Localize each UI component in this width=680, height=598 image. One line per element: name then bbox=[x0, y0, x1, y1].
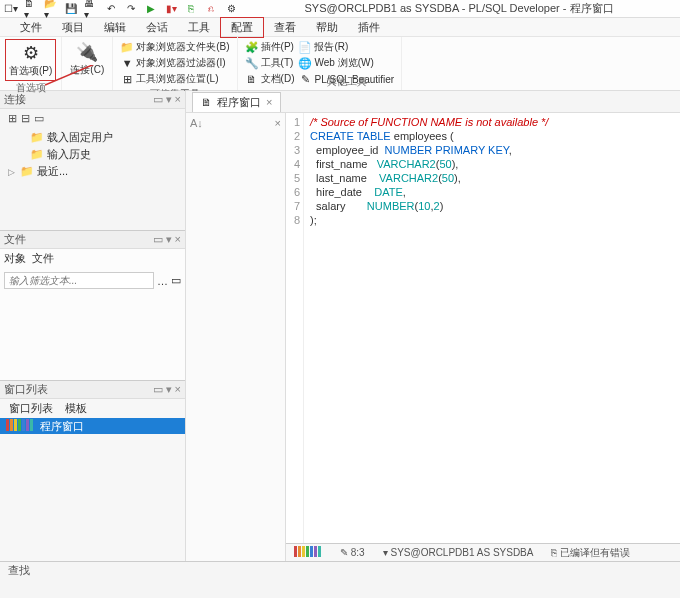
code-editor[interactable]: 12345678 /* Source of FUNCTION NAME is n… bbox=[286, 113, 680, 543]
position-icon: ⊞ bbox=[120, 72, 134, 86]
code-content[interactable]: /* Source of FUNCTION NAME is not availa… bbox=[304, 113, 548, 543]
beautifier-icon: ✎ bbox=[298, 72, 312, 86]
color-stripes-icon bbox=[294, 546, 322, 559]
tools-button[interactable]: 🔧工具(T) bbox=[243, 55, 297, 71]
tab-file-icon: 🗎 bbox=[201, 96, 212, 108]
panel-close-icon[interactable]: × bbox=[175, 93, 181, 106]
expand-icon[interactable]: ⊞ bbox=[8, 112, 17, 125]
panel-dock-icon[interactable]: ▭ bbox=[153, 233, 163, 246]
app-menu-icon[interactable]: ☐▾ bbox=[4, 2, 18, 16]
menu-edit[interactable]: 编辑 bbox=[94, 18, 136, 37]
tree-item-input-history[interactable]: 📁输入历史 bbox=[4, 146, 181, 163]
close-tab-icon[interactable]: × bbox=[266, 96, 272, 108]
editor-tab[interactable]: 🗎 程序窗口 × bbox=[192, 92, 281, 112]
undo-icon[interactable]: ↶ bbox=[104, 2, 118, 16]
folder-icon: 📁 bbox=[120, 40, 134, 54]
tool-browser-position-button[interactable]: ⊞工具浏览器位置(L) bbox=[118, 71, 231, 87]
panel-pin-icon[interactable]: ▾ bbox=[166, 383, 172, 396]
editor-area: 🗎 程序窗口 × A↓ × 12345678 /* Source of FUNC… bbox=[185, 91, 680, 561]
ribbon-group-dockable: 📁对象浏览器文件夹(B) ▼对象浏览器过滤器(I) ⊞工具浏览器位置(L) 可停… bbox=[113, 37, 237, 90]
connection-button[interactable]: 🔌 连接(C) bbox=[67, 39, 107, 79]
print-icon[interactable]: 🖶▾ bbox=[84, 2, 98, 16]
open-icon[interactable]: 📂▾ bbox=[44, 2, 58, 16]
tab-objects[interactable]: 对象 bbox=[4, 251, 26, 266]
conn-toolbar: ⊞ ⊟ ▭ bbox=[0, 109, 185, 127]
menu-tools[interactable]: 工具 bbox=[178, 18, 220, 37]
panel-pin-icon[interactable]: ▾ bbox=[166, 233, 172, 246]
menu-configure[interactable]: 配置 bbox=[220, 17, 264, 38]
filter-input[interactable] bbox=[4, 272, 154, 289]
preferences-button[interactable]: ⚙ 首选项(P) bbox=[5, 39, 56, 81]
line-gutter: 12345678 bbox=[286, 113, 304, 543]
menu-help[interactable]: 帮助 bbox=[306, 18, 348, 37]
outline-panel: A↓ × bbox=[186, 113, 286, 561]
menubar: 文件 项目 编辑 会话 工具 配置 查看 帮助 插件 bbox=[0, 18, 680, 37]
sort-icon[interactable]: A↓ bbox=[190, 117, 203, 129]
menu-file[interactable]: 文件 bbox=[10, 18, 52, 37]
obj-browser-filters-button[interactable]: ▼对象浏览器过滤器(I) bbox=[118, 55, 231, 71]
menu-view[interactable]: 查看 bbox=[264, 18, 306, 37]
color-stripes-icon bbox=[6, 419, 34, 433]
documents-button[interactable]: 🗎文档(D) bbox=[243, 71, 297, 87]
stop-icon[interactable]: ▮▾ bbox=[164, 2, 178, 16]
status-find-label: 查找 bbox=[8, 563, 30, 578]
close-icon[interactable]: × bbox=[275, 117, 281, 129]
files-panel: 文件 ▭▾× 对象 文件 … ▭ bbox=[0, 231, 185, 381]
rollback-icon[interactable]: ⎌ bbox=[204, 2, 218, 16]
menu-project[interactable]: 项目 bbox=[52, 18, 94, 37]
tree-item-recent[interactable]: ▷📁最近... bbox=[4, 163, 181, 180]
preferences-label: 首选项(P) bbox=[9, 64, 52, 78]
redo-icon[interactable]: ↷ bbox=[124, 2, 138, 16]
plug-icon: 🔌 bbox=[76, 41, 98, 63]
run-icon[interactable]: ▶ bbox=[144, 2, 158, 16]
editor-tabs: 🗎 程序窗口 × bbox=[186, 91, 680, 113]
commit-icon[interactable]: ⎘ bbox=[184, 2, 198, 16]
menu-plugins[interactable]: 插件 bbox=[348, 18, 390, 37]
left-sidebar: 连接 ▭▾× ⊞ ⊟ ▭ 📁载入固定用户 📁输入历史 ▷📁最近... 文件 ▭▾… bbox=[0, 91, 185, 561]
quick-access: ☐▾ 🗎▾ 📂▾ 💾 🖶▾ ↶ ↷ ▶ ▮▾ ⎘ ⎌ ⚙ bbox=[0, 2, 238, 16]
window-list-panel: 窗口列表 ▭▾× 窗口列表 模板 程序窗口 bbox=[0, 381, 185, 561]
status-message: ⎘ 已编译但有错误 bbox=[551, 546, 630, 560]
globe-icon: 🌐 bbox=[298, 56, 312, 70]
panel-title: 窗口列表 bbox=[4, 382, 48, 397]
panel-close-icon[interactable]: × bbox=[175, 383, 181, 396]
ribbon-group-label: 首选项 bbox=[16, 81, 46, 95]
report-icon: 📄 bbox=[298, 40, 312, 54]
panel-dock-icon[interactable]: ▭ bbox=[153, 383, 163, 396]
save-icon[interactable]: 💾 bbox=[64, 2, 78, 16]
tab-files[interactable]: 文件 bbox=[32, 251, 54, 266]
panel-title: 文件 bbox=[4, 232, 26, 247]
doc-icon: 🗎 bbox=[245, 72, 259, 86]
window-list-item[interactable]: 程序窗口 bbox=[0, 418, 185, 434]
ribbon: ⚙ 首选项(P) 首选项 🔌 连接(C) 📁对象浏览器文件夹(B) ▼对象浏览器… bbox=[0, 37, 680, 91]
obj-browser-folders-button[interactable]: 📁对象浏览器文件夹(B) bbox=[118, 39, 231, 55]
collapse-icon[interactable]: ⊟ bbox=[21, 112, 30, 125]
filter-options-icon[interactable]: … bbox=[157, 275, 168, 287]
ribbon-group-connection: 🔌 连接(C) bbox=[62, 37, 113, 90]
panel-dock-icon[interactable]: ▭ bbox=[153, 93, 163, 106]
titlebar: ☐▾ 🗎▾ 📂▾ 💾 🖶▾ ↶ ↷ ▶ ▮▾ ⎘ ⎌ ⚙ SYS@ORCLPDB… bbox=[0, 0, 680, 18]
panel-close-icon[interactable]: × bbox=[175, 233, 181, 246]
ribbon-group-preferences: ⚙ 首选项(P) 首选项 bbox=[0, 37, 62, 90]
editor-statusbar: ✎ 8:3 ▾ SYS@ORCLPDB1 AS SYSDBA ⎘ 已编译但有错误 bbox=[286, 543, 680, 561]
tree-item-fixed-users[interactable]: 📁载入固定用户 bbox=[4, 129, 181, 146]
filter-list-icon[interactable]: ▭ bbox=[171, 274, 181, 287]
ribbon-group-label: 其他工具 bbox=[327, 75, 367, 89]
sliders-icon: ⚙ bbox=[23, 42, 39, 64]
tab-templates[interactable]: 模板 bbox=[59, 400, 93, 417]
new-icon[interactable]: 🗎▾ bbox=[24, 2, 38, 16]
menu-session[interactable]: 会话 bbox=[136, 18, 178, 37]
settings-icon[interactable]: ⚙ bbox=[224, 2, 238, 16]
tab-window-list[interactable]: 窗口列表 bbox=[3, 400, 59, 417]
web-browse-button[interactable]: 🌐Web 浏览(W) bbox=[296, 55, 396, 71]
new-window-icon[interactable]: ▭ bbox=[34, 112, 44, 125]
window-title: SYS@ORCLPDB1 as SYSDBA - PL/SQL Develope… bbox=[238, 1, 680, 16]
panel-pin-icon[interactable]: ▾ bbox=[166, 93, 172, 106]
wrench-icon: 🔧 bbox=[245, 56, 259, 70]
cursor-position: ✎ 8:3 bbox=[340, 547, 365, 558]
plugins-button[interactable]: 🧩插件(P) bbox=[243, 39, 297, 55]
filter-icon: ▼ bbox=[120, 56, 134, 70]
ribbon-group-other: 🧩插件(P) 🔧工具(T) 🗎文档(D) 📄报告(R) 🌐Web 浏览(W) ✎… bbox=[238, 37, 403, 90]
app-statusbar: 查找 bbox=[0, 561, 680, 579]
reports-button[interactable]: 📄报告(R) bbox=[296, 39, 396, 55]
